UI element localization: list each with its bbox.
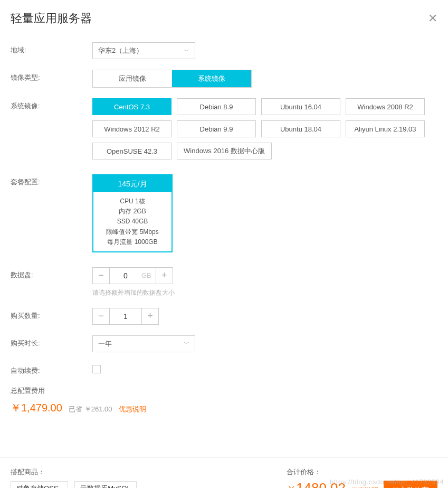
addon-card[interactable]: 云数据库MySQL加购价：￥6.90: [74, 481, 136, 488]
os-option[interactable]: Aliyun Linux 2.19.03: [346, 120, 425, 137]
plan-spec-line: CPU 1核: [96, 196, 169, 207]
region-select[interactable]: 华东2（上海） ﹀: [92, 42, 195, 59]
addons-list: 对象存储OSS加购价：￥4.98云数据库MySQL加购价：￥6.90: [11, 481, 137, 488]
data-disk-label: 数据盘:: [11, 267, 92, 280]
saved-amount: ￥261.00: [84, 405, 112, 413]
addon-name: 对象存储OSS: [16, 484, 62, 488]
quantity-minus[interactable]: −: [93, 308, 110, 324]
os-option[interactable]: Windows 2012 R2: [92, 120, 171, 137]
os-image-grid: CentOS 7.3Debian 8.9Ubuntu 16.04Windows …: [92, 98, 430, 159]
region-label: 地域:: [11, 42, 92, 55]
os-option[interactable]: OpenSUSE 42.3: [92, 143, 171, 159]
image-type-label: 镜像类型:: [11, 70, 92, 82]
data-disk-stepper: − GB +: [92, 267, 173, 284]
grand-discount-link[interactable]: 优惠说明: [351, 486, 378, 488]
plan-label: 套餐配置:: [11, 174, 92, 187]
plan-spec-line: 每月流量 1000GB: [96, 237, 169, 247]
plan-spec-line: SSD 40GB: [96, 217, 169, 227]
data-disk-minus[interactable]: −: [93, 268, 110, 284]
add-to-cart-button[interactable]: 加入购物车: [384, 481, 437, 488]
data-disk-hint: 请选择额外增加的数据盘大小: [92, 288, 437, 297]
os-option[interactable]: Debian 8.9: [177, 98, 256, 115]
plan-spec-line: 内存 2GB: [96, 207, 169, 217]
data-disk-input[interactable]: [110, 268, 141, 284]
quantity-label: 购买数量:: [11, 308, 92, 321]
plan-price: 145元/月: [93, 175, 171, 192]
plan-specs: CPU 1核内存 2GBSSD 40GB限峰值带宽 5Mbps每月流量 1000…: [93, 192, 171, 251]
data-disk-plus[interactable]: +: [156, 268, 173, 284]
os-option[interactable]: CentOS 7.3: [92, 98, 171, 115]
os-option[interactable]: Windows 2016 数据中心版: [177, 143, 272, 159]
total-config-label: 总配置费用: [11, 386, 437, 396]
quantity-stepper: − +: [92, 308, 159, 325]
auto-renew-checkbox[interactable]: [92, 365, 101, 373]
addons-label: 搭配商品：: [11, 467, 137, 477]
saved-label: 已省: [69, 405, 82, 413]
os-option[interactable]: Ubuntu 18.04: [261, 120, 340, 137]
close-icon[interactable]: ✕: [428, 12, 437, 25]
region-selected: 华东2（上海）: [98, 46, 143, 55]
quantity-plus[interactable]: +: [141, 308, 158, 324]
discount-link[interactable]: 优惠说明: [119, 405, 146, 414]
duration-select[interactable]: 一年 ﹀: [92, 335, 195, 352]
total-price: ￥1,479.00: [11, 401, 62, 415]
chevron-down-icon: ﹀: [184, 340, 189, 348]
os-option[interactable]: Debian 9.9: [177, 120, 256, 137]
grand-total-price: ￥1480.02: [287, 480, 346, 488]
plan-card[interactable]: 145元/月 CPU 1核内存 2GBSSD 40GB限峰值带宽 5Mbps每月…: [92, 174, 173, 252]
page-title: 轻量应用服务器: [11, 11, 92, 26]
auto-renew-label: 自动续费:: [11, 363, 92, 376]
os-option[interactable]: Ubuntu 16.04: [261, 98, 340, 115]
system-image-label: 系统镜像:: [11, 98, 92, 111]
addon-card[interactable]: 对象存储OSS加购价：￥4.98: [11, 481, 68, 488]
plan-spec-line: 限峰值带宽 5Mbps: [96, 227, 169, 237]
addon-name: 云数据库MySQL: [80, 484, 130, 488]
quantity-input[interactable]: [110, 308, 141, 324]
duration-label: 购买时长:: [11, 335, 92, 348]
data-disk-unit: GB: [141, 271, 156, 279]
grand-total-label: 合计价格：: [287, 467, 437, 477]
duration-selected: 一年: [98, 339, 112, 349]
os-option[interactable]: Windows 2008 R2: [346, 98, 425, 115]
tab-app-image[interactable]: 应用镜像: [93, 70, 172, 87]
tab-system-image[interactable]: 系统镜像: [172, 70, 251, 87]
image-type-tabs: 应用镜像 系统镜像: [92, 70, 252, 88]
chevron-down-icon: ﹀: [184, 47, 189, 55]
